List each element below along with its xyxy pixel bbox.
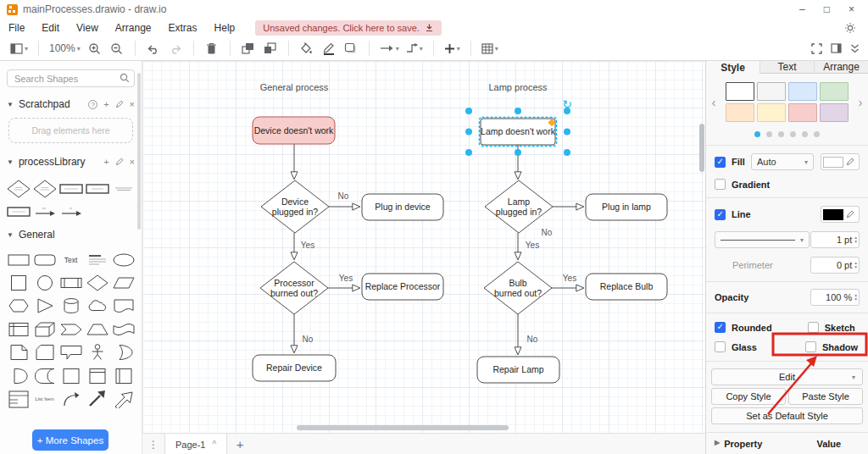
shape-container[interactable]	[58, 364, 84, 387]
sidebar-scrollbar[interactable]	[137, 73, 141, 230]
pagination-dot[interactable]	[814, 131, 820, 137]
library-shape-text[interactable]	[110, 177, 136, 200]
library-shape-arrow-no[interactable]	[58, 200, 84, 223]
line-style-select[interactable]: ▾	[715, 231, 810, 248]
shape-square[interactable]	[5, 271, 31, 294]
style-swatch[interactable]	[788, 103, 817, 122]
shape-card[interactable]	[31, 341, 58, 364]
maximize-button[interactable]: □	[824, 3, 830, 15]
opacity-stepper[interactable]: 100 % ▴▾	[810, 289, 860, 306]
shape-step[interactable]	[58, 318, 84, 340]
selection-handle[interactable]	[564, 129, 570, 136]
waypoint-style-button[interactable]: ▾	[404, 39, 425, 58]
view-panels-button[interactable]: ▾	[8, 39, 30, 58]
shape-list-item[interactable]: List Item	[31, 388, 58, 411]
shape-note[interactable]	[5, 341, 31, 364]
shape-form[interactable]	[5, 388, 31, 411]
diagram-canvas[interactable]: General processLamp processDevice doesn'…	[142, 61, 705, 433]
canvas-horizontal-scrollbar[interactable]	[297, 425, 509, 430]
search-shapes-input[interactable]	[7, 69, 135, 87]
shape-vertical-container[interactable]	[110, 364, 136, 387]
undo-button[interactable]	[144, 39, 163, 58]
fill-checkbox[interactable]	[715, 157, 726, 168]
process-library-section-header[interactable]: ▼ processLibrary + ×	[0, 152, 142, 172]
flowchart-title[interactable]: General process	[260, 82, 329, 92]
fullscreen-button[interactable]	[811, 43, 822, 54]
library-shape-diamond[interactable]	[31, 177, 58, 200]
insert-button[interactable]: ▾	[442, 39, 462, 58]
zoom-level-dropdown[interactable]: 100% ▾	[47, 39, 82, 58]
style-swatch[interactable]	[757, 103, 786, 122]
shape-or[interactable]	[110, 341, 136, 364]
shape-actor[interactable]	[84, 341, 110, 364]
fill-mode-select[interactable]: Auto ▾	[751, 153, 814, 170]
redo-button[interactable]	[166, 39, 185, 58]
add-to-library-icon[interactable]: +	[103, 157, 108, 167]
zoom-in-button[interactable]	[86, 39, 104, 58]
pagination-dot[interactable]	[778, 131, 784, 137]
paste-style-button[interactable]: Paste Style	[788, 388, 863, 405]
expand-properties-icon[interactable]: ▶	[715, 439, 720, 449]
selection-handle[interactable]	[465, 129, 472, 136]
shape-text[interactable]: Text	[58, 248, 84, 271]
shape-document[interactable]	[110, 295, 136, 318]
pagination-dot[interactable]	[754, 131, 760, 137]
library-shape-arrow-yes[interactable]	[31, 200, 58, 223]
pagination-dot[interactable]	[802, 131, 808, 137]
shape-arrow-solid[interactable]	[84, 388, 110, 411]
pagination-dot[interactable]	[766, 131, 772, 137]
library-shape-rectangle[interactable]	[5, 200, 31, 223]
style-swatch[interactable]	[757, 82, 786, 101]
line-color-button[interactable]	[320, 39, 338, 58]
to-back-button[interactable]	[261, 39, 280, 58]
shape-curve[interactable]	[58, 388, 84, 411]
style-swatch[interactable]	[726, 82, 754, 101]
shape-and[interactable]	[5, 364, 31, 387]
collapse-toolbar-button[interactable]	[850, 44, 860, 53]
shape-triangle[interactable]	[31, 295, 58, 318]
shape-trapezoid[interactable]	[84, 318, 110, 340]
shape-rounded-rectangle[interactable]	[31, 248, 58, 271]
shape-internal-storage[interactable]	[5, 318, 31, 340]
add-page-button[interactable]: +	[227, 434, 253, 454]
edit-style-button[interactable]: Edit ▾	[711, 368, 863, 385]
edit-scratchpad-icon[interactable]	[115, 100, 124, 108]
shape-container[interactable]	[84, 364, 110, 387]
general-section-header[interactable]: ▼ General	[0, 224, 142, 245]
selection-handle[interactable]	[564, 149, 570, 156]
library-shape-diamond[interactable]	[5, 177, 31, 200]
to-front-button[interactable]	[239, 39, 258, 58]
library-shape-process[interactable]	[58, 177, 84, 200]
rotate-handle-icon[interactable]: ↻	[562, 97, 572, 111]
style-swatch[interactable]	[820, 103, 849, 122]
close-library-icon[interactable]: ×	[130, 157, 135, 167]
flowchart-title[interactable]: Lamp process	[488, 82, 548, 92]
gradient-checkbox[interactable]	[715, 179, 726, 190]
line-width-stepper[interactable]: 1 pt ▴▾	[810, 231, 860, 248]
zoom-out-button[interactable]	[108, 39, 126, 58]
selection-handle[interactable]	[515, 149, 521, 156]
rounded-checkbox[interactable]	[715, 322, 726, 333]
shape-hexagon[interactable]	[5, 295, 31, 318]
shadow-checkbox[interactable]	[805, 341, 816, 352]
shape-cube[interactable]	[31, 318, 58, 340]
menu-arrange[interactable]: Arrange	[107, 20, 160, 36]
style-swatch[interactable]	[788, 82, 817, 101]
selection-handle[interactable]	[465, 108, 472, 114]
perimeter-stepper[interactable]: 0 pt ▴▾	[810, 257, 860, 274]
more-shapes-button[interactable]: + More Shapes	[32, 429, 108, 451]
edit-library-icon[interactable]	[115, 158, 124, 166]
fill-color-button[interactable]	[298, 39, 316, 58]
stepper-arrows-icon[interactable]: ▴▾	[854, 235, 857, 244]
tab-text[interactable]: Text	[760, 61, 815, 74]
shape-cloud[interactable]	[84, 295, 110, 318]
theme-toggle-icon[interactable]	[844, 22, 856, 34]
shape-diamond[interactable]	[84, 271, 110, 294]
connection-style-button[interactable]: ▾	[378, 39, 401, 58]
close-button[interactable]: ×	[849, 3, 854, 15]
add-to-scratchpad-icon[interactable]: +	[103, 99, 108, 109]
page-tab[interactable]: Page-1 ^	[164, 434, 227, 454]
close-scratchpad-icon[interactable]: ×	[130, 99, 135, 109]
fill-color-picker[interactable]	[821, 153, 860, 170]
canvas-vertical-scrollbar[interactable]	[699, 124, 704, 172]
